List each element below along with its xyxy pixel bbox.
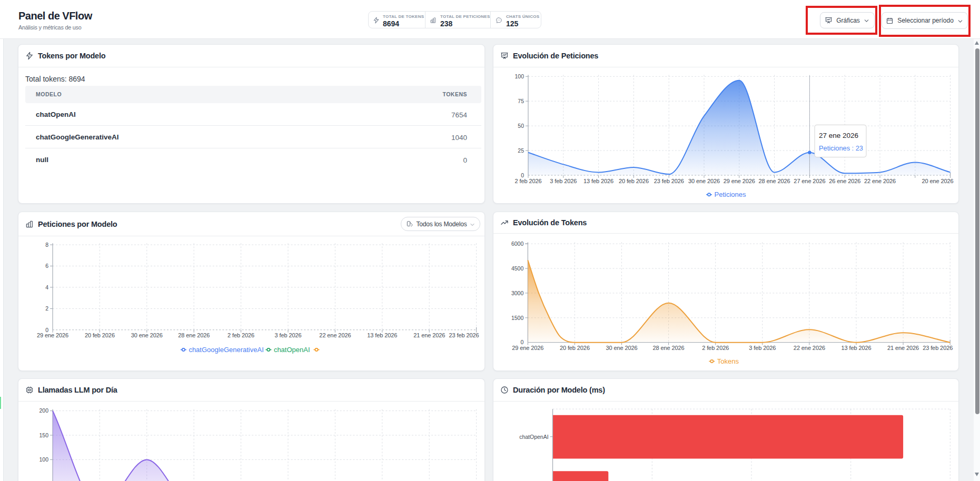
svg-text:2 feb 2026: 2 feb 2026 xyxy=(702,345,729,351)
svg-text:21 ene 2026: 21 ene 2026 xyxy=(887,345,919,351)
svg-text:28 ene 2026: 28 ene 2026 xyxy=(178,332,210,338)
svg-text:chatGoogleGenerativeAI: chatGoogleGenerativeAI xyxy=(189,346,263,354)
svg-text:6000: 6000 xyxy=(511,241,524,247)
svg-text:100: 100 xyxy=(514,73,524,79)
svg-text:150: 150 xyxy=(39,432,48,438)
svg-text:20 ene 2026: 20 ene 2026 xyxy=(922,178,954,184)
svg-text:20 feb 2026: 20 feb 2026 xyxy=(619,178,649,184)
svg-text:30 ene 2026: 30 ene 2026 xyxy=(131,332,163,338)
svg-text:4: 4 xyxy=(45,284,48,290)
svg-text:50: 50 xyxy=(518,123,524,129)
svg-text:13 feb 2026: 13 feb 2026 xyxy=(841,345,871,351)
svg-text:100: 100 xyxy=(39,456,48,463)
svg-text:3 feb 2026: 3 feb 2026 xyxy=(275,332,302,338)
svg-text:28 ene 2026: 28 ene 2026 xyxy=(653,345,685,351)
svg-text:25: 25 xyxy=(518,147,524,154)
svg-text:6: 6 xyxy=(45,263,48,269)
svg-text:27 ene 2026: 27 ene 2026 xyxy=(819,132,858,139)
svg-text:8: 8 xyxy=(45,242,48,248)
svg-text:30 ene 2026: 30 ene 2026 xyxy=(606,345,637,351)
svg-text:2: 2 xyxy=(45,305,48,312)
svg-text:30 ene 2026: 30 ene 2026 xyxy=(688,178,720,184)
svg-text:28 ene 2026: 28 ene 2026 xyxy=(759,178,790,184)
svg-text:23 feb 2026: 23 feb 2026 xyxy=(654,178,684,184)
svg-text:22 ene 2026: 22 ene 2026 xyxy=(319,332,351,338)
svg-text:chatOpenAI: chatOpenAI xyxy=(274,346,310,354)
svg-text:29 ene 2026: 29 ene 2026 xyxy=(512,345,543,351)
svg-text:22 ene 2026: 22 ene 2026 xyxy=(794,345,825,351)
svg-text:Peticiones : 23: Peticiones : 23 xyxy=(819,144,863,152)
svg-text:13 feb 2026: 13 feb 2026 xyxy=(367,332,397,338)
svg-text:23 feb 2026: 23 feb 2026 xyxy=(449,332,479,338)
svg-text:Peticiones: Peticiones xyxy=(715,191,746,198)
svg-text:200: 200 xyxy=(39,407,48,414)
svg-text:4500: 4500 xyxy=(511,265,524,272)
svg-text:29 ene 2026: 29 ene 2026 xyxy=(724,178,755,184)
svg-text:23 feb 2026: 23 feb 2026 xyxy=(923,345,953,351)
svg-text:3 feb 2026: 3 feb 2026 xyxy=(550,178,577,184)
svg-text:20 feb 2026: 20 feb 2026 xyxy=(85,332,115,338)
svg-text:3 feb 2026: 3 feb 2026 xyxy=(749,345,776,351)
svg-text:29 ene 2026: 29 ene 2026 xyxy=(37,332,68,338)
svg-text:22 ene 2026: 22 ene 2026 xyxy=(864,178,896,184)
svg-text:13 feb 2026: 13 feb 2026 xyxy=(583,178,613,184)
svg-text:20 feb 2026: 20 feb 2026 xyxy=(560,345,590,351)
svg-text:1500: 1500 xyxy=(511,315,524,321)
svg-text:21 ene 2026: 21 ene 2026 xyxy=(413,332,445,338)
svg-text:26 ene 2026: 26 ene 2026 xyxy=(829,178,860,184)
svg-text:2 feb 2026: 2 feb 2026 xyxy=(227,332,254,338)
svg-text:chatOpenAI: chatOpenAI xyxy=(519,434,548,440)
svg-text:27 ene 2026: 27 ene 2026 xyxy=(794,178,825,184)
svg-text:Tokens: Tokens xyxy=(717,357,739,365)
svg-text:2 feb 2026: 2 feb 2026 xyxy=(515,178,542,184)
svg-text:3000: 3000 xyxy=(511,290,524,296)
svg-text:75: 75 xyxy=(518,98,524,104)
